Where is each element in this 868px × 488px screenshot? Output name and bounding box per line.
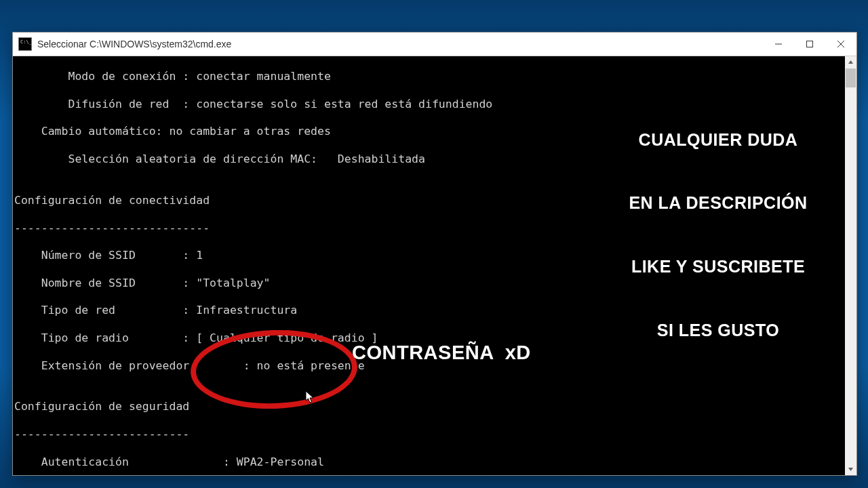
window-client-area: Modo de conexión : conectar manualmente …	[13, 56, 856, 475]
overlay-text-right: CUALQUIER DUDA EN LA DESCRIPCIÓN LIKE Y …	[606, 87, 830, 384]
cmd-icon	[18, 37, 32, 51]
vertical-scrollbar[interactable]	[845, 56, 856, 475]
cmd-window: Seleccionar C:\WINDOWS\system32\cmd.exe …	[12, 32, 857, 476]
maximize-button[interactable]	[794, 33, 825, 56]
window-title: Seleccionar C:\WINDOWS\system32\cmd.exe	[37, 39, 763, 49]
scroll-up-button[interactable]	[845, 56, 856, 68]
overlay-line: SI LES GUSTO	[606, 320, 830, 341]
close-button[interactable]	[825, 33, 856, 56]
console-line: Configuración de seguridad	[14, 400, 845, 413]
minimize-button[interactable]	[763, 33, 794, 56]
console-output[interactable]: Modo de conexión : conectar manualmente …	[13, 56, 845, 475]
window-titlebar[interactable]: Seleccionar C:\WINDOWS\system32\cmd.exe	[13, 33, 856, 56]
overlay-line: CUALQUIER DUDA	[606, 129, 830, 150]
overlay-line: LIKE Y SUSCRIBETE	[606, 256, 830, 277]
svg-rect-0	[807, 41, 813, 47]
scrollbar-thumb[interactable]	[846, 68, 856, 87]
console-line: Autenticación : WPA2-Personal	[14, 455, 845, 469]
scroll-down-button[interactable]	[845, 464, 856, 475]
console-line: --------------------------	[14, 428, 845, 441]
overlay-password-label: CONTRASEÑA xD	[352, 346, 531, 359]
desktop-background: Seleccionar C:\WINDOWS\system32\cmd.exe …	[0, 0, 868, 488]
console-line: Modo de conexión : conectar manualmente	[14, 70, 845, 83]
overlay-line: EN LA DESCRIPCIÓN	[606, 192, 830, 214]
